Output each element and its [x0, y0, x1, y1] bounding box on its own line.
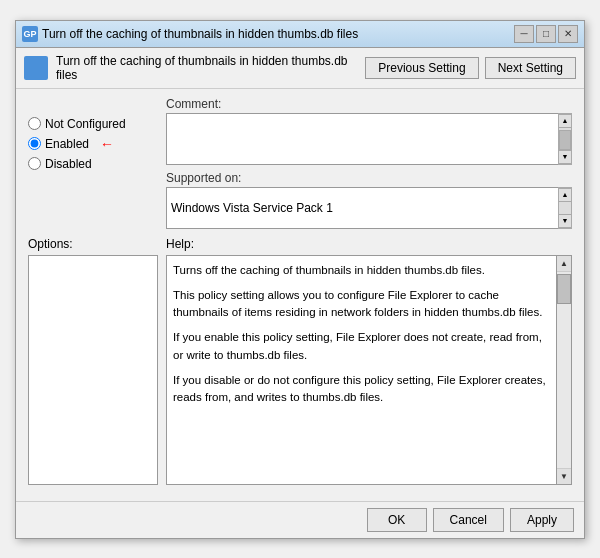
comment-scroll-up[interactable]: ▲: [558, 114, 572, 128]
options-panel: Options:: [28, 237, 158, 485]
ok-button[interactable]: OK: [367, 508, 427, 532]
policy-icon: [24, 56, 48, 80]
supported-scrollbar: ▲ ▼: [558, 187, 572, 229]
right-panel: Comment: ▲ ▼ Supported on:: [166, 97, 572, 229]
subtitle-text: Turn off the caching of thumbnails in hi…: [56, 54, 357, 82]
footer: OK Cancel Apply: [16, 501, 584, 538]
bottom-section: Options: Help: Turns off the caching of …: [28, 237, 572, 485]
help-scrollbar: ▲ ▼: [556, 255, 572, 485]
supported-label: Supported on:: [166, 171, 572, 185]
main-window: GP Turn off the caching of thumbnails in…: [15, 20, 585, 539]
help-panel: Help: Turns off the caching of thumbnail…: [166, 237, 572, 485]
help-scroll-down[interactable]: ▼: [557, 468, 571, 484]
help-p2: This policy setting allows you to config…: [173, 287, 550, 322]
apply-button[interactable]: Apply: [510, 508, 574, 532]
help-scroll-up[interactable]: ▲: [557, 256, 571, 272]
not-configured-label: Not Configured: [45, 117, 126, 131]
enabled-radio[interactable]: [28, 137, 41, 150]
title-bar: GP Turn off the caching of thumbnails in…: [16, 21, 584, 48]
supported-scroll-track: [559, 202, 571, 214]
not-configured-radio[interactable]: [28, 117, 41, 130]
cancel-button[interactable]: Cancel: [433, 508, 504, 532]
window-title: Turn off the caching of thumbnails in hi…: [42, 27, 510, 41]
minimize-button[interactable]: ─: [514, 25, 534, 43]
top-section: Not Configured Enabled ← Disabled Commen…: [28, 97, 572, 229]
comment-label: Comment:: [166, 97, 572, 111]
help-p4: If you disable or do not configure this …: [173, 372, 550, 407]
next-setting-button[interactable]: Next Setting: [485, 57, 576, 79]
radio-panel: Not Configured Enabled ← Disabled: [28, 97, 158, 229]
help-content-wrapper: Turns off the caching of thumbnails in h…: [166, 255, 572, 485]
options-label: Options:: [28, 237, 158, 251]
comment-scroll-thumb: [559, 130, 571, 150]
enabled-option[interactable]: Enabled ←: [28, 137, 158, 151]
comment-scrollbar: ▲ ▼: [558, 113, 572, 165]
comment-scroll-down[interactable]: ▼: [558, 150, 572, 164]
comment-scroll-track: [559, 128, 571, 150]
help-p1: Turns off the caching of thumbnails in h…: [173, 262, 550, 279]
toolbar: Previous Setting Next Setting: [365, 57, 576, 79]
disabled-label: Disabled: [45, 157, 92, 171]
supported-scroll-up[interactable]: ▲: [558, 188, 572, 202]
supported-value: Windows Vista Service Pack 1: [171, 201, 333, 215]
help-label: Help:: [166, 237, 572, 251]
help-p3: If you enable this policy setting, File …: [173, 329, 550, 364]
supported-box: Windows Vista Service Pack 1: [166, 187, 558, 229]
previous-setting-button[interactable]: Previous Setting: [365, 57, 478, 79]
help-scroll-thumb: [557, 274, 571, 304]
supported-group: Supported on: Windows Vista Service Pack…: [166, 171, 572, 229]
help-box: Turns off the caching of thumbnails in h…: [166, 255, 556, 485]
content-area: Not Configured Enabled ← Disabled Commen…: [16, 89, 584, 501]
comment-textarea[interactable]: [166, 113, 558, 165]
disabled-radio[interactable]: [28, 157, 41, 170]
maximize-button[interactable]: □: [536, 25, 556, 43]
options-box: [28, 255, 158, 485]
title-bar-controls: ─ □ ✕: [514, 25, 578, 43]
help-scroll-track: [557, 272, 571, 468]
not-configured-option[interactable]: Not Configured: [28, 117, 158, 131]
window-icon: GP: [22, 26, 38, 42]
supported-scroll-down[interactable]: ▼: [558, 214, 572, 228]
comment-group: Comment: ▲ ▼: [166, 97, 572, 165]
close-button[interactable]: ✕: [558, 25, 578, 43]
subtitle-bar: Turn off the caching of thumbnails in hi…: [16, 48, 584, 89]
enabled-label: Enabled: [45, 137, 89, 151]
arrow-indicator: ←: [100, 136, 114, 152]
disabled-option[interactable]: Disabled: [28, 157, 158, 171]
